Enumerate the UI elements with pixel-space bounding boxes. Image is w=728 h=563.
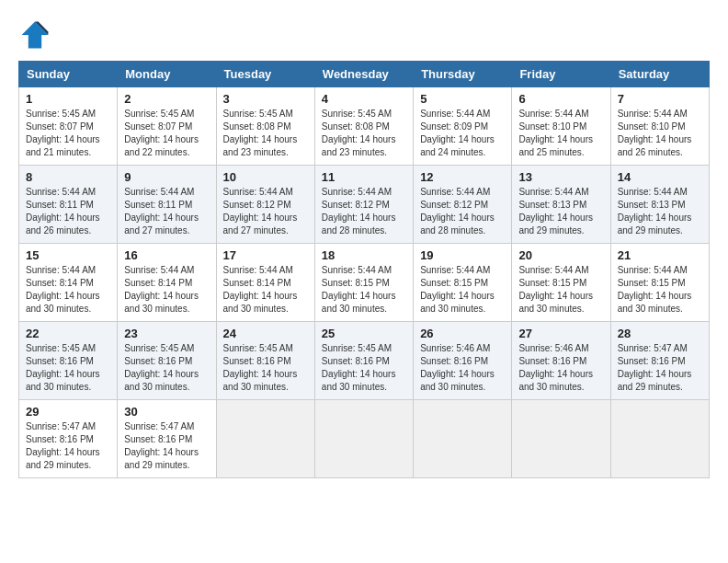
day-info: Sunrise: 5:45 AM Sunset: 8:16 PM Dayligh… [223,342,308,394]
calendar-cell: 21 Sunrise: 5:44 AM Sunset: 8:15 PM Dayl… [610,244,709,322]
day-info: Sunrise: 5:44 AM Sunset: 8:13 PM Dayligh… [618,186,702,237]
calendar-cell: 1 Sunrise: 5:45 AM Sunset: 8:07 PM Dayli… [19,87,118,166]
calendar-cell: 22 Sunrise: 5:45 AM Sunset: 8:16 PM Dayl… [19,322,118,400]
day-number: 29 [26,405,110,419]
calendar-week: 15 Sunrise: 5:44 AM Sunset: 8:14 PM Dayl… [19,244,710,322]
calendar-cell: 19 Sunrise: 5:44 AM Sunset: 8:15 PM Dayl… [414,244,512,322]
calendar-cell [216,400,314,478]
day-number: 20 [518,248,603,262]
calendar-cell: 18 Sunrise: 5:44 AM Sunset: 8:15 PM Dayl… [314,244,413,322]
day-number: 9 [124,170,209,184]
day-number: 4 [322,92,406,106]
calendar-cell: 24 Sunrise: 5:45 AM Sunset: 8:16 PM Dayl… [216,322,314,400]
calendar-cell: 12 Sunrise: 5:44 AM Sunset: 8:12 PM Dayl… [414,166,512,244]
header [18,18,710,52]
day-info: Sunrise: 5:44 AM Sunset: 8:11 PM Dayligh… [124,186,209,237]
calendar-cell: 23 Sunrise: 5:45 AM Sunset: 8:16 PM Dayl… [118,322,216,400]
day-info: Sunrise: 5:44 AM Sunset: 8:12 PM Dayligh… [223,186,308,237]
day-number: 27 [518,327,603,340]
day-number: 2 [124,92,209,106]
calendar-cell: 3 Sunrise: 5:45 AM Sunset: 8:08 PM Dayli… [216,87,314,166]
day-number: 5 [420,92,505,106]
day-info: Sunrise: 5:44 AM Sunset: 8:15 PM Dayligh… [322,264,406,316]
day-number: 17 [223,248,308,262]
calendar-cell: 30 Sunrise: 5:47 AM Sunset: 8:16 PM Dayl… [118,400,216,478]
day-info: Sunrise: 5:44 AM Sunset: 8:11 PM Dayligh… [26,186,110,237]
calendar-cell: 16 Sunrise: 5:44 AM Sunset: 8:14 PM Dayl… [118,244,216,322]
header-day: Tuesday [216,62,314,87]
day-number: 25 [322,327,406,340]
day-number: 26 [420,327,505,340]
calendar-week: 1 Sunrise: 5:45 AM Sunset: 8:07 PM Dayli… [19,87,710,166]
calendar-cell: 6 Sunrise: 5:44 AM Sunset: 8:10 PM Dayli… [512,87,610,166]
day-number: 23 [124,327,209,340]
header-day: Thursday [414,62,512,87]
day-info: Sunrise: 5:44 AM Sunset: 8:12 PM Dayligh… [420,186,505,237]
header-day: Friday [512,62,610,87]
svg-marker-0 [22,22,49,49]
day-info: Sunrise: 5:44 AM Sunset: 8:13 PM Dayligh… [518,186,603,237]
day-number: 30 [124,405,209,419]
calendar-cell [414,400,512,478]
day-number: 8 [26,170,110,184]
calendar-cell: 9 Sunrise: 5:44 AM Sunset: 8:11 PM Dayli… [118,166,216,244]
logo-icon [18,18,51,52]
day-info: Sunrise: 5:44 AM Sunset: 8:14 PM Dayligh… [26,264,110,316]
calendar-header: SundayMondayTuesdayWednesdayThursdayFrid… [19,62,710,87]
day-info: Sunrise: 5:44 AM Sunset: 8:10 PM Dayligh… [618,108,702,159]
calendar-cell: 11 Sunrise: 5:44 AM Sunset: 8:12 PM Dayl… [314,166,413,244]
logo [18,18,55,52]
day-info: Sunrise: 5:44 AM Sunset: 8:15 PM Dayligh… [618,264,702,316]
calendar-cell: 28 Sunrise: 5:47 AM Sunset: 8:16 PM Dayl… [610,322,709,400]
calendar-cell: 29 Sunrise: 5:47 AM Sunset: 8:16 PM Dayl… [19,400,118,478]
day-info: Sunrise: 5:47 AM Sunset: 8:16 PM Dayligh… [124,420,209,472]
day-info: Sunrise: 5:47 AM Sunset: 8:16 PM Dayligh… [26,420,110,472]
calendar-cell: 4 Sunrise: 5:45 AM Sunset: 8:08 PM Dayli… [314,87,413,166]
day-number: 22 [26,327,110,340]
calendar-cell: 25 Sunrise: 5:45 AM Sunset: 8:16 PM Dayl… [314,322,413,400]
day-number: 16 [124,248,209,262]
calendar-cell: 17 Sunrise: 5:44 AM Sunset: 8:14 PM Dayl… [216,244,314,322]
header-day: Saturday [610,62,709,87]
day-info: Sunrise: 5:45 AM Sunset: 8:07 PM Dayligh… [26,108,110,159]
day-number: 14 [618,170,702,184]
calendar-cell [512,400,610,478]
day-number: 19 [420,248,505,262]
day-number: 10 [223,170,308,184]
calendar-cell: 5 Sunrise: 5:44 AM Sunset: 8:09 PM Dayli… [414,87,512,166]
calendar-cell: 13 Sunrise: 5:44 AM Sunset: 8:13 PM Dayl… [512,166,610,244]
calendar-cell: 7 Sunrise: 5:44 AM Sunset: 8:10 PM Dayli… [610,87,709,166]
calendar: SundayMondayTuesdayWednesdayThursdayFrid… [18,61,710,478]
calendar-body: 1 Sunrise: 5:45 AM Sunset: 8:07 PM Dayli… [19,87,710,478]
day-info: Sunrise: 5:44 AM Sunset: 8:14 PM Dayligh… [223,264,308,316]
day-info: Sunrise: 5:45 AM Sunset: 8:08 PM Dayligh… [322,108,406,159]
day-number: 3 [223,92,308,106]
day-number: 7 [618,92,702,106]
day-info: Sunrise: 5:44 AM Sunset: 8:12 PM Dayligh… [322,186,406,237]
calendar-week: 8 Sunrise: 5:44 AM Sunset: 8:11 PM Dayli… [19,166,710,244]
calendar-cell: 20 Sunrise: 5:44 AM Sunset: 8:15 PM Dayl… [512,244,610,322]
day-info: Sunrise: 5:44 AM Sunset: 8:14 PM Dayligh… [124,264,209,316]
header-day: Wednesday [314,62,413,87]
day-number: 12 [420,170,505,184]
calendar-cell [610,400,709,478]
day-number: 11 [322,170,406,184]
day-info: Sunrise: 5:45 AM Sunset: 8:16 PM Dayligh… [124,342,209,394]
calendar-cell: 26 Sunrise: 5:46 AM Sunset: 8:16 PM Dayl… [414,322,512,400]
day-number: 28 [618,327,702,340]
calendar-cell: 27 Sunrise: 5:46 AM Sunset: 8:16 PM Dayl… [512,322,610,400]
calendar-week: 29 Sunrise: 5:47 AM Sunset: 8:16 PM Dayl… [19,400,710,478]
calendar-week: 22 Sunrise: 5:45 AM Sunset: 8:16 PM Dayl… [19,322,710,400]
day-number: 1 [26,92,110,106]
day-info: Sunrise: 5:45 AM Sunset: 8:07 PM Dayligh… [124,108,209,159]
calendar-cell [314,400,413,478]
day-number: 24 [223,327,308,340]
header-day: Monday [118,62,216,87]
calendar-cell: 10 Sunrise: 5:44 AM Sunset: 8:12 PM Dayl… [216,166,314,244]
day-info: Sunrise: 5:45 AM Sunset: 8:16 PM Dayligh… [322,342,406,394]
day-info: Sunrise: 5:45 AM Sunset: 8:08 PM Dayligh… [223,108,308,159]
day-info: Sunrise: 5:45 AM Sunset: 8:16 PM Dayligh… [26,342,110,394]
day-number: 18 [322,248,406,262]
day-info: Sunrise: 5:47 AM Sunset: 8:16 PM Dayligh… [618,342,702,394]
day-info: Sunrise: 5:46 AM Sunset: 8:16 PM Dayligh… [420,342,505,394]
